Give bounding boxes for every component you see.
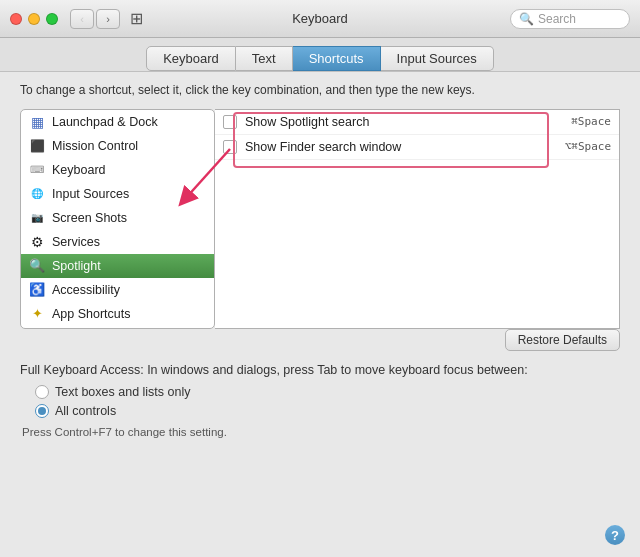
accessibility-icon: ♿	[29, 282, 45, 298]
back-button[interactable]: ‹	[70, 9, 94, 29]
sidebar-item-accessibility[interactable]: ♿ Accessibility	[21, 278, 214, 302]
restore-defaults-button[interactable]: Restore Defaults	[505, 329, 620, 351]
sidebar-label-keyboard: Keyboard	[52, 163, 106, 177]
sidebar-item-input-sources[interactable]: 🌐 Input Sources	[21, 182, 214, 206]
search-box[interactable]: 🔍 Search	[510, 9, 630, 29]
shortcut-row-spotlight[interactable]: Show Spotlight search ⌘Space	[215, 110, 619, 135]
sidebar-label-app-shortcuts: App Shortcuts	[52, 307, 131, 321]
tab-shortcuts[interactable]: Shortcuts	[293, 46, 381, 71]
close-button[interactable]	[10, 13, 22, 25]
shortcut-checkbox-spotlight[interactable]	[223, 115, 237, 129]
shortcut-row-finder[interactable]: Show Finder search window ⌥⌘Space	[215, 135, 619, 160]
shortcut-label-spotlight: Show Spotlight search	[245, 115, 571, 129]
nav-arrows: ‹ ›	[70, 9, 120, 29]
launchpad-icon: ▦	[29, 114, 45, 130]
window-title: Keyboard	[292, 11, 348, 26]
panel-wrapper: ▦ Launchpad & Dock ⬛ Mission Control ⌨ K…	[20, 109, 620, 329]
forward-button[interactable]: ›	[96, 9, 120, 29]
keyboard-access-section: Full Keyboard Access: In windows and dia…	[20, 363, 620, 438]
shortcut-label-finder: Show Finder search window	[245, 140, 565, 154]
sidebar-item-keyboard[interactable]: ⌨ Keyboard	[21, 158, 214, 182]
shortcut-key-spotlight: ⌘Space	[571, 115, 611, 128]
mission-control-icon: ⬛	[29, 138, 45, 154]
input-sources-icon: 🌐	[29, 186, 45, 202]
sidebar-label-accessibility: Accessibility	[52, 283, 120, 297]
tab-keyboard[interactable]: Keyboard	[146, 46, 236, 71]
sidebar-item-services[interactable]: ⚙ Services	[21, 230, 214, 254]
keyboard-access-title: Full Keyboard Access: In windows and dia…	[20, 363, 620, 377]
radio-text-boxes[interactable]: Text boxes and lists only	[35, 385, 620, 399]
minimize-button[interactable]	[28, 13, 40, 25]
radio-text-boxes-circle[interactable]	[35, 385, 49, 399]
help-button[interactable]: ?	[605, 525, 625, 545]
shortcut-key-finder: ⌥⌘Space	[565, 140, 611, 153]
sidebar-label-input-sources: Input Sources	[52, 187, 129, 201]
sidebar-label-mission-control: Mission Control	[52, 139, 138, 153]
sidebar-item-spotlight[interactable]: 🔍 Spotlight	[21, 254, 214, 278]
radio-all-controls-inner	[38, 407, 46, 415]
tab-bar: Keyboard Text Shortcuts Input Sources	[0, 38, 640, 72]
maximize-button[interactable]	[46, 13, 58, 25]
titlebar: ‹ › ⊞ Keyboard 🔍 Search	[0, 0, 640, 38]
radio-all-controls-label: All controls	[55, 404, 116, 418]
sidebar-label-services: Services	[52, 235, 100, 249]
sidebar-item-screenshots[interactable]: 📷 Screen Shots	[21, 206, 214, 230]
tab-text[interactable]: Text	[236, 46, 293, 71]
grid-icon[interactable]: ⊞	[130, 9, 143, 28]
shortcuts-panel: Show Spotlight search ⌘Space Show Finder…	[215, 109, 620, 329]
restore-row: Restore Defaults	[20, 329, 620, 351]
sidebar-item-mission-control[interactable]: ⬛ Mission Control	[21, 134, 214, 158]
spotlight-icon: 🔍	[29, 258, 45, 274]
tab-input-sources[interactable]: Input Sources	[381, 46, 494, 71]
main-content: To change a shortcut, select it, click t…	[0, 72, 640, 448]
keyboard-icon: ⌨	[29, 162, 45, 178]
screenshots-icon: 📷	[29, 210, 45, 226]
app-shortcuts-icon: ✦	[29, 306, 45, 322]
sidebar-label-screenshots: Screen Shots	[52, 211, 127, 225]
instructions: To change a shortcut, select it, click t…	[20, 82, 620, 99]
sidebar: ▦ Launchpad & Dock ⬛ Mission Control ⌨ K…	[20, 109, 215, 329]
radio-text-boxes-label: Text boxes and lists only	[55, 385, 191, 399]
radio-group: Text boxes and lists only All controls	[35, 385, 620, 418]
radio-all-controls-circle[interactable]	[35, 404, 49, 418]
search-placeholder: Search	[538, 12, 576, 26]
shortcut-checkbox-finder[interactable]	[223, 140, 237, 154]
sidebar-label-spotlight: Spotlight	[52, 259, 101, 273]
search-icon: 🔍	[519, 12, 534, 26]
press-note: Press Control+F7 to change this setting.	[22, 426, 620, 438]
traffic-lights	[10, 13, 58, 25]
sidebar-label-launchpad: Launchpad & Dock	[52, 115, 158, 129]
sidebar-item-launchpad[interactable]: ▦ Launchpad & Dock	[21, 110, 214, 134]
sidebar-item-app-shortcuts[interactable]: ✦ App Shortcuts	[21, 302, 214, 326]
radio-all-controls[interactable]: All controls	[35, 404, 620, 418]
services-icon: ⚙	[29, 234, 45, 250]
